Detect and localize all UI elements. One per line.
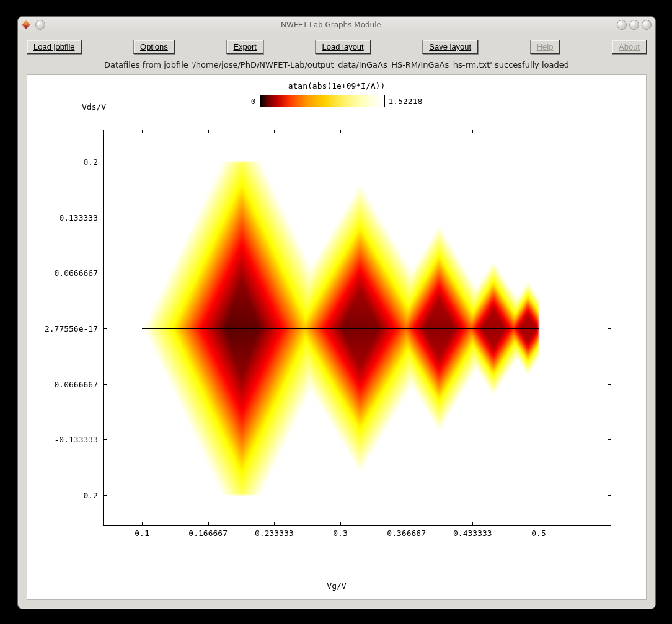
y-tick-label: -0.0666667 xyxy=(30,379,98,389)
window-title: NWFET-Lab Graphs Module xyxy=(45,20,617,29)
x-tick-mark xyxy=(472,130,473,133)
y-axis-label: Vds/V xyxy=(82,102,106,112)
x-tick-mark xyxy=(407,522,407,526)
x-tick-label: 0.366667 xyxy=(376,529,438,538)
y-tick-mark xyxy=(608,384,611,385)
help-button[interactable]: Help xyxy=(530,40,560,54)
y-tick-mark xyxy=(608,328,611,329)
export-button[interactable]: Export xyxy=(226,40,263,54)
y-tick-mark xyxy=(608,162,611,162)
y-tick-label: 0.2 xyxy=(30,157,98,167)
y-tick-mark xyxy=(103,218,107,218)
x-tick-label: 0.233333 xyxy=(243,529,305,538)
close-button[interactable] xyxy=(642,20,652,30)
x-tick-mark xyxy=(142,130,143,133)
titlebar[interactable]: NWFET-Lab Graphs Module xyxy=(18,17,655,33)
x-tick-mark xyxy=(274,130,275,133)
x-axis-label: Vg/V xyxy=(27,581,646,591)
x-tick-mark xyxy=(340,522,341,526)
y-tick-label: 0.133333 xyxy=(30,213,98,222)
x-tick-label: 0.3 xyxy=(309,529,371,538)
chart-title: atan(abs(1e+09*I/A)) xyxy=(27,81,646,90)
x-tick-label: 0.5 xyxy=(508,529,570,538)
y-tick-label: 2.77556e-17 xyxy=(30,324,98,333)
y-tick-mark xyxy=(608,495,611,496)
status-message: Datafiles from jobfile '/home/jose/PhD/N… xyxy=(18,58,655,74)
y-tick-mark xyxy=(608,439,611,440)
y-tick-label: 0.0666667 xyxy=(30,268,98,278)
colorbar: 0 1.52218 xyxy=(27,95,646,107)
colorbar-gradient xyxy=(260,95,385,107)
x-tick-mark xyxy=(472,522,473,526)
x-tick-mark xyxy=(539,522,539,526)
window-sticky-button[interactable] xyxy=(35,20,45,30)
chart-area[interactable]: atan(abs(1e+09*I/A)) 0 1.52218 Vds/V 0.2… xyxy=(27,75,646,599)
y-tick-mark xyxy=(103,439,107,440)
minimize-button[interactable] xyxy=(617,20,627,30)
x-tick-mark xyxy=(407,130,407,133)
y-tick-mark xyxy=(103,328,107,329)
main-toolbar: Load jobfile Options Export Load layout … xyxy=(18,33,655,58)
plot-panel: atan(abs(1e+09*I/A)) 0 1.52218 Vds/V 0.2… xyxy=(27,74,647,600)
load-layout-button[interactable]: Load layout xyxy=(315,40,370,54)
about-button[interactable]: About xyxy=(612,40,647,54)
x-tick-mark xyxy=(142,522,143,526)
heatmap xyxy=(142,162,539,495)
maximize-button[interactable] xyxy=(629,20,639,30)
save-layout-button[interactable]: Save layout xyxy=(422,40,478,54)
colorbar-max-label: 1.52218 xyxy=(389,97,423,106)
y-tick-mark xyxy=(608,273,611,273)
app-menu-icon[interactable] xyxy=(22,20,30,29)
y-tick-label: -0.133333 xyxy=(30,435,98,444)
app-window: NWFET-Lab Graphs Module Load jobfile Opt… xyxy=(17,16,656,609)
options-button[interactable]: Options xyxy=(133,40,175,54)
y-tick-mark xyxy=(103,273,107,273)
x-tick-mark xyxy=(274,522,275,526)
x-tick-mark xyxy=(208,522,209,526)
y-tick-label: -0.2 xyxy=(30,491,98,500)
x-tick-label: 0.166667 xyxy=(177,529,239,538)
colorbar-min-label: 0 xyxy=(251,97,256,106)
x-tick-label: 0.1 xyxy=(111,529,173,538)
x-tick-mark xyxy=(208,130,209,133)
y-tick-mark xyxy=(103,495,107,496)
x-tick-label: 0.433333 xyxy=(441,529,503,538)
x-tick-mark xyxy=(539,130,539,133)
y-tick-mark xyxy=(608,218,611,218)
vds-zero-line xyxy=(142,328,539,329)
x-tick-mark xyxy=(340,130,341,133)
load-jobfile-button[interactable]: Load jobfile xyxy=(27,40,82,54)
y-tick-mark xyxy=(103,384,107,385)
y-tick-mark xyxy=(103,162,107,162)
